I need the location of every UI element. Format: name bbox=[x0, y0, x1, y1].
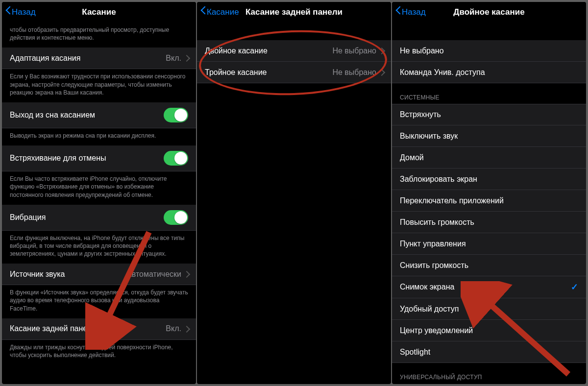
row-label: Тройное касание bbox=[205, 68, 332, 77]
row-touch-accommodation[interactable]: Адаптация касания Вкл. bbox=[2, 48, 196, 69]
row-label: Не выбрано bbox=[400, 47, 578, 55]
toggle-on[interactable] bbox=[164, 151, 188, 166]
row-system-option[interactable]: Переключатель приложений bbox=[392, 190, 586, 212]
row-label: Адаптация касания bbox=[10, 54, 166, 63]
row-double-tap[interactable]: Двойное касание Не выбрано bbox=[197, 40, 391, 62]
row-system-option[interactable]: Снизить громкость bbox=[392, 255, 586, 276]
chevron-right-icon bbox=[379, 48, 383, 54]
row-value: Автоматически bbox=[126, 270, 181, 279]
row-label: Команда Унив. доступа bbox=[400, 68, 578, 77]
adapt-footer: Если у Вас возникают трудности при испол… bbox=[2, 69, 196, 102]
intro-footer: чтобы отобразить предварительный просмот… bbox=[2, 23, 196, 48]
row-label: Переключатель приложений bbox=[400, 196, 578, 205]
page-title: Касание задней панели bbox=[245, 7, 343, 17]
row-option-none[interactable]: Не выбрано bbox=[392, 40, 586, 62]
row-value: Вкл. bbox=[166, 54, 181, 63]
audio-footer: В функции «Источник звука» определяется,… bbox=[2, 285, 196, 318]
row-back-tap[interactable]: Касание задней панели Вкл. bbox=[2, 318, 196, 340]
row-system-option[interactable]: Центр уведомлений bbox=[392, 320, 586, 341]
chevron-left-icon bbox=[395, 7, 401, 17]
row-label: Источник звука bbox=[10, 270, 126, 279]
row-value: Вкл. bbox=[166, 324, 181, 333]
row-shake-to-undo[interactable]: Встряхивание для отмены bbox=[2, 145, 196, 171]
wake-footer: Выводить экран из режима сна при касании… bbox=[2, 128, 196, 145]
row-system-option[interactable]: Повысить громкость bbox=[392, 212, 586, 233]
navbar: Назад Двойное касание bbox=[392, 2, 586, 23]
page-title: Двойное касание bbox=[453, 7, 524, 17]
section-header-system: СИСТЕМНЫЕ bbox=[392, 83, 586, 104]
toggle-knob bbox=[174, 152, 187, 165]
toggle-on[interactable] bbox=[164, 210, 188, 225]
row-label: Двойное касание bbox=[205, 47, 332, 55]
chevron-left-icon bbox=[200, 7, 206, 17]
pane-back-tap: Касание Касание задней панели Двойное ка… bbox=[197, 2, 391, 384]
page-title: Касание bbox=[82, 7, 116, 17]
row-label: Вибрация bbox=[10, 213, 164, 222]
row-label: Касание задней панели bbox=[10, 324, 166, 333]
row-system-option[interactable]: Заблокировать экран bbox=[392, 169, 586, 190]
toggle-knob bbox=[174, 211, 187, 224]
chevron-right-icon bbox=[184, 271, 188, 277]
row-system-option[interactable]: Снимок экрана✓ bbox=[392, 276, 586, 298]
navbar: Касание Касание задней панели bbox=[197, 2, 391, 23]
chevron-left-icon bbox=[5, 7, 11, 17]
row-system-option[interactable]: Spotlight bbox=[392, 341, 586, 363]
back-label: Назад bbox=[12, 7, 36, 17]
back-label: Касание bbox=[207, 7, 239, 17]
chevron-right-icon bbox=[184, 55, 188, 61]
shake-footer: Если Вы часто встряхиваете iPhone случай… bbox=[2, 171, 196, 205]
row-label: Пункт управления bbox=[400, 240, 578, 248]
backtap-footer: Дважды или трижды коснуться задней повер… bbox=[2, 340, 196, 365]
row-label: Повысить громкость bbox=[400, 218, 578, 227]
row-system-option[interactable]: Выключить звук bbox=[392, 125, 586, 147]
row-vibration[interactable]: Вибрация bbox=[2, 205, 196, 231]
pane-double-tap: Назад Двойное касание Не выбрано Команда… bbox=[392, 2, 586, 384]
row-label: Домой bbox=[400, 153, 578, 162]
vibro-footer: Если функция выключена, на iPhone будут … bbox=[2, 231, 196, 264]
checkmark-icon: ✓ bbox=[571, 282, 578, 292]
row-label: Встряхнуть bbox=[400, 110, 578, 119]
row-label: Выключить звук bbox=[400, 132, 578, 141]
row-value: Не выбрано bbox=[332, 68, 376, 77]
navbar: Назад Касание bbox=[2, 2, 196, 23]
row-system-option[interactable]: Домой bbox=[392, 147, 586, 169]
row-label: Заблокировать экран bbox=[400, 175, 578, 184]
row-label: Spotlight bbox=[400, 348, 578, 357]
row-label: Центр уведомлений bbox=[400, 326, 578, 335]
back-button[interactable]: Назад bbox=[5, 2, 36, 23]
row-label: Встряхивание для отмены bbox=[10, 154, 164, 163]
toggle-knob bbox=[174, 109, 187, 121]
row-value: Не выбрано bbox=[332, 47, 376, 55]
row-audio-routing[interactable]: Источник звука Автоматически bbox=[2, 264, 196, 285]
back-button[interactable]: Касание bbox=[200, 2, 239, 23]
row-label: Снимок экрана bbox=[400, 283, 571, 291]
row-tap-to-wake[interactable]: Выход из сна касанием bbox=[2, 102, 196, 128]
toggle-on[interactable] bbox=[164, 108, 188, 122]
back-button[interactable]: Назад bbox=[395, 2, 426, 23]
row-triple-tap[interactable]: Тройное касание Не выбрано bbox=[197, 62, 391, 83]
row-system-option[interactable]: Пункт управления bbox=[392, 233, 586, 255]
chevron-right-icon bbox=[379, 69, 383, 75]
row-option-ua-command[interactable]: Команда Унив. доступа bbox=[392, 62, 586, 83]
pane-touch-settings: Назад Касание чтобы отобразить предварит… bbox=[2, 2, 196, 384]
row-label: Удобный доступ bbox=[400, 305, 578, 314]
row-label: Выход из сна касанием bbox=[10, 111, 164, 120]
row-system-option[interactable]: Встряхнуть bbox=[392, 104, 586, 125]
chevron-right-icon bbox=[184, 326, 188, 332]
back-label: Назад bbox=[402, 7, 426, 17]
row-system-option[interactable]: Удобный доступ bbox=[392, 298, 586, 320]
section-header-ua: УНИВЕРСАЛЬНЫЙ ДОСТУП bbox=[392, 363, 586, 384]
row-label: Снизить громкость bbox=[400, 261, 578, 270]
